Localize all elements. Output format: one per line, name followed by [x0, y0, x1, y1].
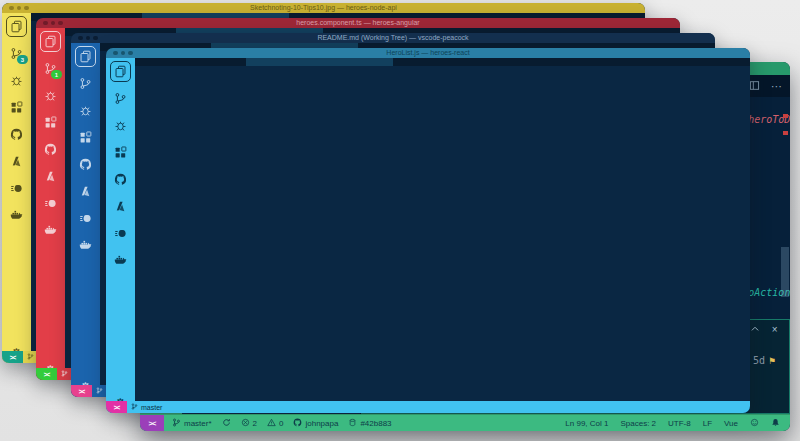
- sidebar-area: [135, 66, 750, 413]
- fist-icon[interactable]: [43, 196, 58, 211]
- status-item-label: Vue: [724, 419, 738, 428]
- zoom-window-button[interactable]: [24, 6, 29, 11]
- source-control-icon[interactable]: 1: [43, 61, 58, 76]
- files-icon[interactable]: [9, 19, 24, 34]
- status-item-warnings[interactable]: 0: [267, 418, 283, 429]
- close-window-button[interactable]: [9, 6, 14, 11]
- minimize-window-button[interactable]: [121, 51, 126, 56]
- azure-icon[interactable]: [78, 184, 93, 199]
- azure-icon[interactable]: [113, 199, 128, 214]
- extensions-icon[interactable]: [9, 100, 24, 115]
- debug-icon[interactable]: [43, 88, 58, 103]
- status-item-label: johnpapa: [305, 419, 338, 428]
- extensions-icon[interactable]: [113, 145, 128, 160]
- files-icon[interactable]: [78, 49, 93, 64]
- minimize-window-button[interactable]: [51, 21, 56, 26]
- remote-indicator[interactable]: ><: [36, 368, 57, 380]
- toggle-layout-icon[interactable]: [749, 80, 760, 93]
- docker-icon[interactable]: [113, 253, 128, 268]
- zoom-window-button[interactable]: [128, 51, 133, 56]
- status-bar: ><master: [106, 401, 750, 413]
- scm-badge: 3: [17, 55, 28, 64]
- source-control-icon[interactable]: [113, 91, 128, 106]
- status-item-eol[interactable]: LF: [703, 419, 712, 428]
- files-icon[interactable]: [113, 64, 128, 79]
- docker-icon[interactable]: [78, 238, 93, 253]
- status-item-feedback[interactable]: [750, 418, 759, 429]
- fist-icon[interactable]: [113, 226, 128, 241]
- status-left: master*20johnpapa#42b883: [164, 415, 400, 431]
- close-window-button[interactable]: [78, 36, 83, 41]
- window-title: HeroList.js — heroes-react: [106, 48, 750, 58]
- github-icon[interactable]: [113, 172, 128, 187]
- remote-indicator[interactable]: ><: [71, 385, 92, 397]
- window-body: ⚙: [106, 58, 750, 413]
- status-item-notifications[interactable]: [771, 418, 780, 429]
- status-left: master: [127, 401, 750, 413]
- error-overview-mark: [783, 131, 788, 135]
- sync-icon: [222, 418, 231, 429]
- remote-indicator[interactable]: ><: [2, 351, 23, 363]
- remote-indicator[interactable]: ><: [106, 401, 127, 413]
- github-icon[interactable]: [9, 127, 24, 142]
- fist-icon[interactable]: [9, 181, 24, 196]
- title-bar[interactable]: heroes.component.ts — heroes-angular: [36, 18, 680, 28]
- status-item-git-branch[interactable]: master*: [172, 418, 212, 429]
- fist-icon[interactable]: [78, 211, 93, 226]
- status-item-label: Spaces: 2: [620, 419, 656, 428]
- terminal-right-status: 5d⚑: [753, 355, 775, 366]
- zoom-window-button[interactable]: [93, 36, 98, 41]
- status-item-label: UTF-8: [668, 419, 691, 428]
- git-branch-label: master: [141, 404, 162, 411]
- title-bar[interactable]: HeroList.js — heroes-react: [106, 48, 750, 58]
- github-icon[interactable]: [43, 142, 58, 157]
- github-icon[interactable]: [78, 157, 93, 172]
- close-panel-icon[interactable]: ×: [772, 324, 778, 335]
- status-right: Ln 99, Col 1Spaces: 2UTF-8LFVue: [557, 415, 790, 431]
- files-icon[interactable]: [43, 34, 58, 49]
- source-control-icon[interactable]: [78, 76, 93, 91]
- title-bar[interactable]: README.md (Working Tree) — vscode-peacoc…: [71, 33, 715, 43]
- status-item-label: Ln 99, Col 1: [565, 419, 608, 428]
- debug-icon[interactable]: [9, 73, 24, 88]
- window-title: heroes.component.ts — heroes-angular: [36, 18, 680, 28]
- zoom-window-button[interactable]: [58, 21, 63, 26]
- maximize-panel-icon[interactable]: [750, 324, 760, 336]
- editor-tab[interactable]: [246, 58, 394, 66]
- status-item-cursor-position[interactable]: Ln 99, Col 1: [565, 419, 608, 428]
- debug-icon[interactable]: [113, 118, 128, 133]
- extensions-icon[interactable]: [78, 130, 93, 145]
- window-title: Sketchnoting-10-Tips10.jpg — heroes-node…: [2, 3, 645, 13]
- traffic-lights[interactable]: [43, 21, 63, 26]
- more-actions-icon[interactable]: ⋯: [771, 80, 782, 93]
- branch-icon: [27, 353, 34, 361]
- azure-icon[interactable]: [43, 169, 58, 184]
- traffic-lights[interactable]: [9, 6, 29, 11]
- vertical-scrollbar[interactable]: [781, 247, 789, 297]
- status-item-encoding[interactable]: UTF-8: [668, 419, 691, 428]
- status-item-sync[interactable]: [222, 418, 231, 429]
- traffic-lights[interactable]: [113, 51, 133, 56]
- title-bar[interactable]: Sketchnoting-10-Tips10.jpg — heroes-node…: [2, 3, 645, 13]
- traffic-lights[interactable]: [78, 36, 98, 41]
- status-item-peacock-color[interactable]: #42b883: [348, 418, 391, 429]
- close-window-button[interactable]: [43, 21, 48, 26]
- source-control-icon[interactable]: 3: [9, 46, 24, 61]
- status-item-indentation[interactable]: Spaces: 2: [620, 419, 656, 428]
- minimize-window-button[interactable]: [86, 36, 91, 41]
- extensions-icon[interactable]: [43, 115, 58, 130]
- docker-icon[interactable]: [43, 223, 58, 238]
- window-heroes-react[interactable]: HeroList.js — heroes-react⚙><master: [106, 48, 750, 413]
- status-item-language-mode[interactable]: Vue: [724, 419, 738, 428]
- activity-bar: ⚙: [71, 43, 100, 397]
- status-item-errors[interactable]: 2: [241, 418, 257, 429]
- docker-icon[interactable]: [9, 208, 24, 223]
- status-item-github-account[interactable]: johnpapa: [293, 418, 338, 429]
- close-window-button[interactable]: [113, 51, 118, 56]
- debug-icon[interactable]: [78, 103, 93, 118]
- azure-icon[interactable]: [9, 154, 24, 169]
- minimize-window-button[interactable]: [17, 6, 22, 11]
- desktop: Sketchnoting-10-Tips10.jpg — heroes-node…: [0, 0, 800, 441]
- remote-indicator[interactable]: ><: [140, 415, 164, 431]
- branch-icon: [61, 370, 68, 378]
